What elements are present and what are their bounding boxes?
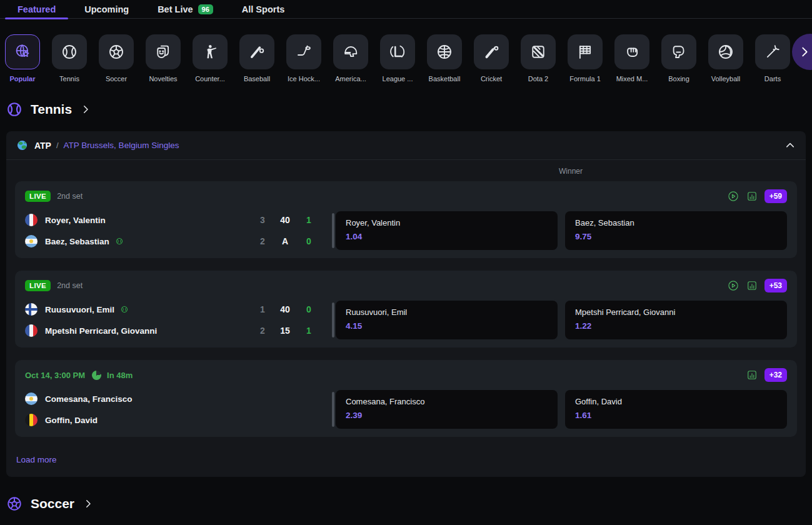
extra-markets-badge[interactable]: +53 xyxy=(764,279,787,292)
sport-tile-american-football[interactable]: America... xyxy=(333,34,368,82)
soccer-ball-icon xyxy=(6,496,23,512)
sport-tile-boxing[interactable]: Boxing xyxy=(661,34,696,82)
odds-price: 1.04 xyxy=(346,232,548,241)
tab-upcoming[interactable]: Upcoming xyxy=(84,0,129,19)
market-header-row: Winner xyxy=(6,160,806,181)
sport-tile-novelties[interactable]: Novelties xyxy=(146,34,181,82)
stats-icon[interactable] xyxy=(746,279,758,292)
sport-label: Cricket xyxy=(481,75,502,82)
match-countdown: In 48m xyxy=(107,371,133,380)
stats-icon[interactable] xyxy=(746,190,758,202)
odds-button-player2[interactable]: Mpetshi Perricard, Giovanni 1.22 xyxy=(565,301,787,339)
live-badge: LIVE xyxy=(25,280,51,291)
tab-all-sports[interactable]: All Sports xyxy=(242,0,284,19)
players-scoreboard: Comesana, Francisco Goffin, David xyxy=(25,390,336,429)
score-points: 40 xyxy=(272,304,298,314)
sport-label: Dota 2 xyxy=(528,75,548,82)
countdown-pie-icon xyxy=(92,371,101,380)
france-flag-icon xyxy=(25,324,38,337)
chevron-right-icon xyxy=(83,498,94,509)
sport-label: America... xyxy=(335,75,366,82)
score-points: A xyxy=(272,236,298,246)
odds-button-player2[interactable]: Baez, Sebastian 9.75 xyxy=(565,211,787,250)
extra-markets-badge[interactable]: +59 xyxy=(764,189,787,203)
player-row: Goffin, David xyxy=(25,411,327,429)
serving-indicator-icon xyxy=(120,305,129,314)
match-status-detail: 2nd set xyxy=(57,192,83,201)
sport-tile-baseball[interactable]: Baseball xyxy=(239,34,274,82)
odds-button-player2[interactable]: Goffin, David 1.61 xyxy=(565,390,787,429)
scroll-next-button[interactable] xyxy=(792,34,812,70)
player-name: Comesana, Francisco xyxy=(45,394,133,404)
score-games: 0 xyxy=(298,304,319,314)
odds-price: 4.15 xyxy=(346,321,548,331)
sport-tile-soccer[interactable]: Soccer xyxy=(99,34,134,82)
sport-label: Ice Hock... xyxy=(288,75,320,82)
score-scrollbar[interactable] xyxy=(332,392,334,427)
tab-bet-live[interactable]: Bet Live 96 xyxy=(158,0,213,19)
score-scrollbar[interactable] xyxy=(332,302,334,338)
player-name: Goffin, David xyxy=(45,416,98,425)
breadcrumb-league-link[interactable]: ATP Brussels, Belgium Singles xyxy=(64,141,179,150)
football-helmet-icon xyxy=(341,42,360,61)
serving-indicator-icon xyxy=(115,237,124,246)
league-of-legends-icon xyxy=(388,42,407,61)
sport-label: Popular xyxy=(10,75,36,82)
odds-price: 1.61 xyxy=(575,411,777,420)
live-stream-icon[interactable] xyxy=(727,279,739,292)
soccer-section-header[interactable]: Soccer xyxy=(0,477,812,512)
breadcrumb-group: ATP xyxy=(34,141,51,151)
sport-tile-volleyball[interactable]: Volleyball xyxy=(708,34,743,82)
tab-featured[interactable]: Featured xyxy=(18,0,56,19)
fist-icon xyxy=(623,42,641,61)
sport-tile-league-of-legends[interactable]: League ... xyxy=(380,34,415,82)
load-more-link[interactable]: Load more xyxy=(6,449,806,477)
sport-tile-darts[interactable]: Darts xyxy=(755,34,790,82)
sport-tile-ice-hockey[interactable]: Ice Hock... xyxy=(286,34,321,82)
extra-markets-badge[interactable]: +32 xyxy=(764,368,787,382)
odds-button-player1[interactable]: Royer, Valentin 1.04 xyxy=(336,211,558,250)
sport-tile-basketball[interactable]: Basketball xyxy=(427,34,462,82)
tab-featured-label: Featured xyxy=(18,4,56,14)
sport-tile-popular[interactable]: Popular xyxy=(5,34,40,82)
sport-tile-dota-2[interactable]: Dota 2 xyxy=(521,34,556,82)
belgium-flag-icon xyxy=(25,414,38,426)
sport-label: Baseball xyxy=(244,75,270,82)
match-row-ruusuvuori-mpetshi: LIVE 2nd set +53 Ruusuvuori, Emil xyxy=(15,271,797,348)
tennis-ball-icon xyxy=(6,101,23,118)
sport-label: Counter... xyxy=(195,75,225,82)
odds-button-player1[interactable]: Comesana, Francisco 2.39 xyxy=(336,390,558,429)
top-tab-bar: Featured Upcoming Bet Live 96 All Sports xyxy=(0,0,812,19)
soccer-ball-icon xyxy=(107,42,126,61)
player-row: Royer, Valentin 3 40 1 xyxy=(25,211,327,229)
player-row: Comesana, Francisco xyxy=(25,390,327,408)
collapse-icon[interactable] xyxy=(784,140,796,151)
tab-all-sports-label: All Sports xyxy=(242,4,284,14)
france-flag-icon xyxy=(25,214,38,226)
finland-flag-icon xyxy=(25,303,38,316)
odds-player-name: Mpetshi Perricard, Giovanni xyxy=(575,308,777,317)
odds-price: 9.75 xyxy=(575,232,777,241)
odds-player-name: Comesana, Francisco xyxy=(346,397,548,406)
score-scrollbar[interactable] xyxy=(332,213,334,248)
tennis-section-header[interactable]: Tennis xyxy=(0,82,812,118)
players-scoreboard: Royer, Valentin 3 40 1 Baez, Sebastian 2 xyxy=(25,211,336,250)
score-games: 1 xyxy=(298,326,319,336)
sport-tile-formula-1[interactable]: Formula 1 xyxy=(568,34,603,82)
stats-icon[interactable] xyxy=(746,369,758,381)
odds-button-player1[interactable]: Ruusuvuori, Emil 4.15 xyxy=(336,301,558,339)
match-start-time: Oct 14, 3:00 PM xyxy=(25,371,85,380)
sport-tile-mma[interactable]: Mixed M... xyxy=(614,34,649,82)
score-points: 40 xyxy=(272,215,298,225)
sport-tile-tennis[interactable]: Tennis xyxy=(52,34,87,82)
boxing-glove-icon xyxy=(669,42,688,61)
tab-upcoming-label: Upcoming xyxy=(84,4,129,14)
dota-icon xyxy=(529,42,548,61)
score-sets: 1 xyxy=(253,304,272,314)
live-stream-icon[interactable] xyxy=(727,190,739,202)
sport-label: Formula 1 xyxy=(569,75,601,82)
sport-tile-cricket[interactable]: Cricket xyxy=(474,34,509,82)
sport-tile-counter-strike[interactable]: Counter... xyxy=(193,34,228,82)
sport-label: Volleyball xyxy=(711,75,740,82)
league-card-header[interactable]: ATP / ATP Brussels, Belgium Singles xyxy=(6,131,806,160)
